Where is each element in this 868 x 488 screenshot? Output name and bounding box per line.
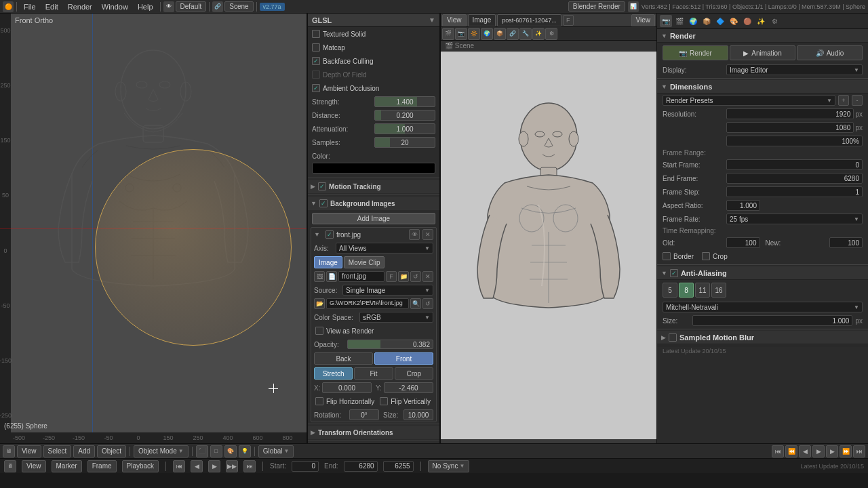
play-btn[interactable]: ▶ bbox=[812, 445, 825, 458]
view-as-render-checkbox[interactable] bbox=[315, 327, 323, 335]
colorspace-dropdown[interactable]: sRGB ▼ bbox=[359, 312, 433, 323]
props-tab-texture[interactable]: 🟤 bbox=[741, 15, 753, 27]
tl-start-icon[interactable]: ⏮ bbox=[173, 460, 185, 472]
f-badge-right[interactable]: F bbox=[563, 15, 574, 26]
render-section-header[interactable]: ▼ Render bbox=[657, 29, 868, 43]
btn-stretch[interactable]: Stretch bbox=[314, 367, 353, 380]
props-tab-object[interactable]: 📦 bbox=[701, 15, 713, 27]
right-view-btn[interactable]: View bbox=[631, 14, 656, 26]
background-images-checkbox[interactable] bbox=[319, 199, 328, 207]
right-tab-image[interactable]: Image bbox=[468, 14, 496, 26]
mode-icon[interactable]: 👁 bbox=[163, 1, 174, 12]
solid-icon[interactable]: ⬛ bbox=[196, 445, 208, 458]
ambient-occlusion-row[interactable]: Ambient Occlusion bbox=[308, 81, 439, 95]
entry-arrow[interactable]: ▼ bbox=[314, 231, 320, 238]
opacity-slider[interactable]: 0.382 bbox=[347, 340, 433, 349]
backface-culling-checkbox[interactable] bbox=[312, 57, 320, 65]
end-frame-field[interactable]: 6280 bbox=[726, 173, 863, 184]
depth-of-field-checkbox[interactable] bbox=[312, 70, 320, 79]
aa-btn-16[interactable]: 16 bbox=[711, 283, 726, 298]
backface-culling-row[interactable]: Backface Culling bbox=[308, 54, 439, 68]
pivot-dropdown[interactable]: Global ▼ bbox=[258, 445, 294, 458]
mode-label[interactable]: Default bbox=[176, 1, 207, 12]
status-frame[interactable]: Frame bbox=[87, 460, 117, 472]
engine-label[interactable]: Blender Render bbox=[568, 1, 625, 12]
props-tab-render[interactable]: 📷 bbox=[660, 15, 672, 27]
right-tab-post[interactable]: post-60761-12047... bbox=[497, 14, 561, 26]
entry-checkbox[interactable] bbox=[326, 230, 334, 239]
display-dropdown[interactable]: Image Editor ▼ bbox=[726, 64, 863, 75]
motion-tracking-section[interactable]: ▶ Motion Tracking bbox=[308, 180, 439, 193]
view-menu[interactable]: View bbox=[17, 445, 41, 458]
render-presets-dropdown[interactable]: Render Presets ▼ bbox=[663, 95, 835, 106]
motion-blur-section-header[interactable]: ▶ Sampled Motion Blur bbox=[657, 331, 868, 344]
menu-help[interactable]: Help bbox=[134, 0, 157, 14]
ao-distance-slider[interactable]: 0.200 bbox=[374, 110, 435, 121]
tl-start-field[interactable]: 0 bbox=[292, 461, 319, 472]
aa-filter-dropdown[interactable]: Mitchell-Netravali ▼ bbox=[663, 302, 863, 312]
next-icon[interactable]: ⏩ bbox=[840, 445, 852, 458]
btn-back[interactable]: Back bbox=[314, 352, 373, 365]
path-browse[interactable]: 🔍 bbox=[410, 298, 421, 309]
blender-icon[interactable]: 🟠 bbox=[3, 1, 14, 12]
view-as-render-row[interactable]: View as Render bbox=[311, 324, 436, 338]
props-tab-physics[interactable]: ⚙ bbox=[768, 15, 781, 27]
close-icon[interactable]: ✕ bbox=[422, 229, 433, 240]
start-frame-field[interactable]: 0 bbox=[726, 159, 863, 170]
btn-fit[interactable]: Fit bbox=[354, 367, 393, 380]
aspect-x-field[interactable]: 1.000 bbox=[726, 200, 760, 211]
rendered-icon[interactable]: 💡 bbox=[239, 445, 251, 458]
props-tab-mesh[interactable]: 🔷 bbox=[714, 15, 726, 27]
modifier-icon[interactable]: 🔧 bbox=[519, 28, 532, 40]
prev-frame-icon[interactable]: ◀ bbox=[799, 445, 811, 458]
depth-of-field-row[interactable]: Depth Of Field bbox=[308, 68, 439, 81]
add-image-button[interactable]: Add Image bbox=[312, 213, 435, 224]
dimensions-section-header[interactable]: ▼ Dimensions bbox=[657, 80, 868, 94]
crop-checkbox[interactable] bbox=[702, 252, 710, 260]
status-playback[interactable]: Playback bbox=[122, 460, 159, 472]
tl-next-icon[interactable]: ▶▶ bbox=[226, 460, 238, 472]
frame-step-field[interactable]: 1 bbox=[726, 186, 863, 197]
object-icon[interactable]: 📦 bbox=[494, 28, 506, 40]
flip-v-checkbox[interactable] bbox=[380, 397, 388, 405]
render-button[interactable]: 📷 Render bbox=[663, 45, 728, 60]
audio-button[interactable]: 🔊 Audio bbox=[797, 45, 863, 60]
textured-icon[interactable]: 🎨 bbox=[224, 445, 237, 458]
aa-btn-11[interactable]: 11 bbox=[695, 283, 710, 298]
tab-view-right[interactable]: View bbox=[631, 14, 656, 26]
img-reload[interactable]: ↺ bbox=[410, 271, 421, 282]
tl-end-field[interactable]: 6280 bbox=[344, 461, 378, 472]
tl-current-field[interactable]: 6255 bbox=[383, 461, 414, 472]
menu-file[interactable]: File bbox=[20, 0, 40, 14]
object-menu[interactable]: Object bbox=[97, 445, 126, 458]
status-icon[interactable]: 🖥 bbox=[4, 460, 16, 472]
menu-render[interactable]: Render bbox=[64, 0, 96, 14]
scene-label[interactable]: Scene bbox=[224, 1, 253, 12]
select-menu[interactable]: Select bbox=[43, 445, 72, 458]
viewport[interactable]: 500 250 150 50 0 -50 -150 -250 Front Ort… bbox=[0, 14, 307, 443]
color-swatch-container[interactable] bbox=[308, 163, 439, 176]
sphere-selection[interactable] bbox=[95, 149, 292, 346]
next-frame-icon[interactable]: ▶ bbox=[826, 445, 838, 458]
ambient-occlusion-checkbox[interactable] bbox=[312, 84, 320, 92]
status-view[interactable]: View bbox=[22, 460, 46, 472]
particles-icon[interactable]: ✨ bbox=[532, 28, 545, 40]
img-browse[interactable]: 📁 bbox=[398, 271, 409, 282]
physics-icon[interactable]: ⚙ bbox=[545, 28, 557, 40]
props-tab-particles[interactable]: ✨ bbox=[755, 15, 767, 27]
wire-icon[interactable]: □ bbox=[210, 445, 222, 458]
play-icon[interactable]: ⏮ bbox=[772, 445, 784, 458]
aa-btn-8[interactable]: 8 bbox=[679, 283, 694, 298]
props-tab-world[interactable]: 🌍 bbox=[687, 15, 699, 27]
add-menu[interactable]: Add bbox=[73, 445, 95, 458]
axis-dropdown[interactable]: All Views ▼ bbox=[336, 243, 433, 253]
menu-edit[interactable]: Edit bbox=[41, 0, 62, 14]
ao-attenuation-slider[interactable]: 1.000 bbox=[374, 123, 435, 134]
prev-icon[interactable]: ⏪ bbox=[785, 445, 797, 458]
path-reload[interactable]: ↺ bbox=[422, 298, 433, 309]
opengl-section[interactable]: ▶ OpenGL Lights bbox=[308, 443, 439, 443]
img-close[interactable]: ✕ bbox=[422, 271, 433, 282]
tab-movie[interactable]: Movie Clip bbox=[344, 256, 385, 268]
viewport-icon[interactable]: 🖥 bbox=[3, 445, 15, 458]
constraint-icon[interactable]: 🔗 bbox=[507, 28, 519, 40]
